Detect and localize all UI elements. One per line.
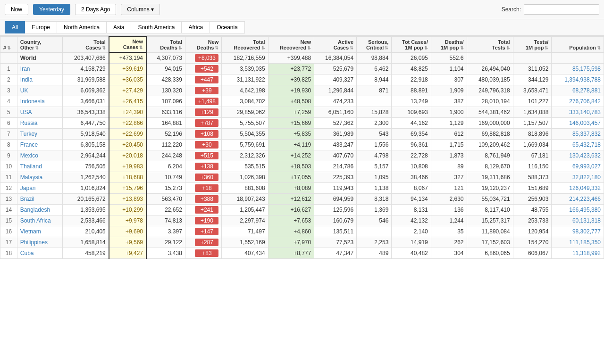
country-link[interactable]: Cuba bbox=[20, 250, 34, 256]
country-link[interactable]: India bbox=[20, 76, 33, 83]
cell-r6-c6: 5,504,355 bbox=[222, 128, 268, 139]
cell-r13-c1[interactable]: Bangladesh bbox=[17, 204, 62, 215]
cell-r11-c10: 8,067 bbox=[392, 182, 431, 193]
country-link[interactable]: Vietnam bbox=[20, 228, 41, 235]
region-bar: AllEuropeNorth AmericaAsiaSouth AmericaA… bbox=[0, 19, 604, 36]
country-link[interactable]: Iran bbox=[20, 66, 30, 72]
cell-r9-c1[interactable]: Thailand bbox=[17, 161, 62, 172]
cell-r11-c1[interactable]: Japan bbox=[17, 182, 62, 193]
cell-r3-c1[interactable]: Indonesia bbox=[17, 96, 62, 107]
col-header-13[interactable]: Tests/1M pop⇅ bbox=[513, 36, 552, 52]
cell-r17-c10: 40,482 bbox=[392, 248, 431, 258]
col-header-4[interactable]: TotalDeaths⇅ bbox=[146, 36, 185, 52]
cell-r5-c1[interactable]: Russia bbox=[17, 117, 62, 128]
country-link[interactable]: USA bbox=[20, 109, 32, 116]
country-link[interactable]: France bbox=[20, 141, 38, 148]
cell-r8-c2: 2,964,244 bbox=[62, 150, 109, 161]
region-btn-asia[interactable]: Asia bbox=[106, 21, 131, 33]
col-header-11[interactable]: Deaths/1M pop⇅ bbox=[431, 36, 467, 52]
cell-r11-c5: +18 bbox=[185, 182, 222, 193]
country-link[interactable]: Thailand bbox=[20, 163, 42, 170]
country-link[interactable]: Russia bbox=[20, 120, 38, 126]
country-link[interactable]: Brazil bbox=[20, 196, 34, 202]
world-cell-7: +399,488 bbox=[268, 52, 314, 63]
cell-r2-c2: 6,069,362 bbox=[62, 85, 109, 96]
cell-r2-c6: 4,642,198 bbox=[222, 85, 268, 96]
cell-r11-c2: 1,016,824 bbox=[62, 182, 109, 193]
col-header-3[interactable]: NewCases⇅ bbox=[109, 36, 146, 52]
region-btn-oceania[interactable]: Oceania bbox=[210, 21, 245, 33]
region-btn-all[interactable]: All bbox=[5, 21, 25, 33]
cell-r6-c1[interactable]: Turkey bbox=[17, 128, 62, 139]
country-link[interactable]: Philippines bbox=[20, 239, 48, 246]
col-header-0[interactable]: #⇅ bbox=[0, 36, 17, 52]
col-header-7[interactable]: NewRecovered⇅ bbox=[268, 36, 314, 52]
country-link[interactable]: Turkey bbox=[20, 131, 37, 137]
col-header-1[interactable]: Country,Other⇅ bbox=[17, 36, 62, 52]
cell-r12-c1[interactable]: Brazil bbox=[17, 193, 62, 204]
col-header-2[interactable]: TotalCases⇅ bbox=[62, 36, 109, 52]
cell-r14-c8: 160,679 bbox=[314, 215, 357, 226]
cell-r4-c13: 1,634,088 bbox=[513, 107, 552, 117]
cell-r1-c12: 480,039,185 bbox=[467, 74, 513, 85]
cell-r7-c13: 1,669,034 bbox=[513, 139, 552, 150]
world-cell-2: 203,407,686 bbox=[62, 52, 109, 63]
col-header-5[interactable]: NewDeaths⇅ bbox=[185, 36, 222, 52]
country-link[interactable]: South Africa bbox=[20, 217, 51, 224]
cell-r12-c4: 563,470 bbox=[146, 193, 185, 204]
cell-r0-c4: 94,015 bbox=[146, 63, 185, 74]
cell-r5-c2: 6,447,750 bbox=[62, 117, 109, 128]
yesterday-button[interactable]: Yesterday bbox=[33, 4, 70, 15]
table-row: 10Thailand756,505+19,9836,204+138535,515… bbox=[0, 161, 604, 172]
country-link[interactable]: UK bbox=[20, 87, 28, 94]
region-btn-africa[interactable]: Africa bbox=[181, 21, 210, 33]
cell-r12-c0: 13 bbox=[0, 193, 17, 204]
cell-r2-c1[interactable]: UK bbox=[17, 85, 62, 96]
col-header-14[interactable]: Population⇅ bbox=[552, 36, 604, 52]
cell-r16-c10: 14,919 bbox=[392, 237, 431, 248]
country-link[interactable]: Japan bbox=[20, 185, 36, 191]
cell-r13-c10: 8,131 bbox=[392, 204, 431, 215]
now-button[interactable]: Now bbox=[5, 4, 28, 15]
cell-r4-c1[interactable]: USA bbox=[17, 107, 62, 117]
country-link[interactable]: Malaysia bbox=[20, 174, 42, 181]
cell-r17-c1[interactable]: Cuba bbox=[17, 248, 62, 258]
two-days-button[interactable]: 2 Days Ago bbox=[75, 4, 116, 15]
cell-r12-c7: +12,612 bbox=[268, 193, 314, 204]
cell-r14-c1[interactable]: South Africa bbox=[17, 215, 62, 226]
country-link[interactable]: Indonesia bbox=[20, 98, 45, 105]
cell-r1-c1[interactable]: India bbox=[17, 74, 62, 85]
cell-r10-c1[interactable]: Malaysia bbox=[17, 172, 62, 182]
columns-dropdown[interactable]: Columns ▾ bbox=[121, 4, 160, 15]
cell-r5-c12: 169,000,000 bbox=[467, 117, 513, 128]
col-header-8[interactable]: ActiveCases⇅ bbox=[314, 36, 357, 52]
cell-r16-c9: 2,253 bbox=[357, 237, 392, 248]
cell-r0-c1[interactable]: Iran bbox=[17, 63, 62, 74]
cell-r10-c11: 327 bbox=[431, 172, 467, 182]
search-input[interactable] bbox=[524, 4, 599, 15]
cell-r8-c1[interactable]: Mexico bbox=[17, 150, 62, 161]
cell-r10-c7: +17,055 bbox=[268, 172, 314, 182]
cell-r16-c0: 17 bbox=[0, 237, 17, 248]
country-link[interactable]: Bangladesh bbox=[20, 207, 50, 213]
col-header-12[interactable]: TotalTests⇅ bbox=[467, 36, 513, 52]
col-header-9[interactable]: Serious,Critical⇅ bbox=[357, 36, 392, 52]
cell-r15-c1[interactable]: Vietnam bbox=[17, 226, 62, 237]
cell-r7-c1[interactable]: France bbox=[17, 139, 62, 150]
cell-r7-c9: 1,556 bbox=[357, 139, 392, 150]
col-header-10[interactable]: Tot Cases/1M pop⇅ bbox=[392, 36, 431, 52]
cell-r17-c4: 3,438 bbox=[146, 248, 185, 258]
cell-r8-c6: 2,312,326 bbox=[222, 150, 268, 161]
cell-r16-c13: 154,270 bbox=[513, 237, 552, 248]
region-btn-north-america[interactable]: North America bbox=[57, 21, 107, 33]
col-header-6[interactable]: TotalRecovered⇅ bbox=[222, 36, 268, 52]
cell-r10-c12: 19,311,686 bbox=[467, 172, 513, 182]
cell-r16-c1[interactable]: Philippines bbox=[17, 237, 62, 248]
cell-r10-c8: 225,393 bbox=[314, 172, 357, 182]
country-link[interactable]: Mexico bbox=[20, 152, 38, 159]
region-btn-south-america[interactable]: South America bbox=[131, 21, 182, 33]
region-btn-europe[interactable]: Europe bbox=[25, 21, 57, 33]
cell-r12-c9: 8,318 bbox=[357, 193, 392, 204]
cell-r11-c8: 119,943 bbox=[314, 182, 357, 193]
cell-r0-c12: 26,494,040 bbox=[467, 63, 513, 74]
